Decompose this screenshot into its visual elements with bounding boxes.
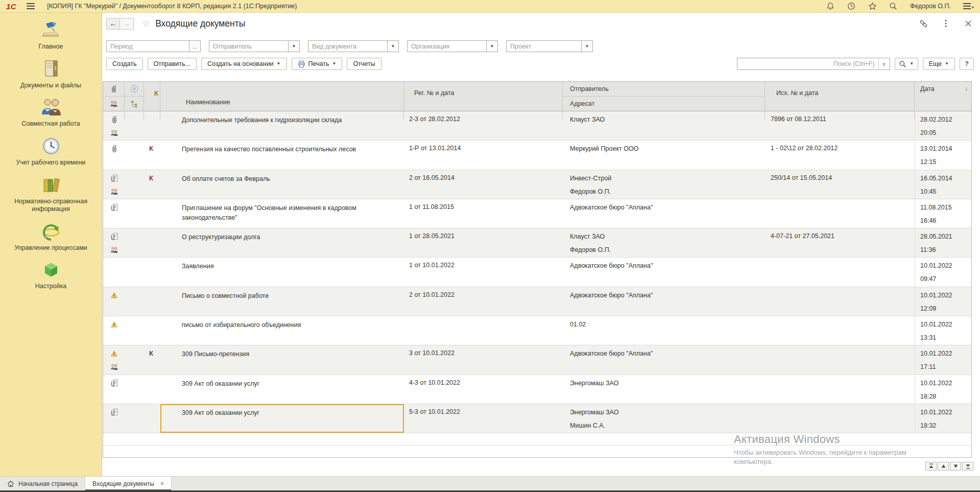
control-flag xyxy=(144,287,160,316)
filter-input-2[interactable]: Отправитель xyxy=(209,40,289,52)
header-k-column[interactable]: К xyxy=(144,82,160,120)
toolbar-button-label: Создать xyxy=(112,60,137,67)
sidebar: ГлавноеДокументы и файлыСовместная работ… xyxy=(0,13,102,476)
table-row[interactable]: КПретензия на качество поставленных стро… xyxy=(103,140,971,170)
sidebar-item-1[interactable]: Главное xyxy=(2,19,100,51)
sidebar-item-4[interactable]: Учет рабочего времени xyxy=(2,135,100,167)
scroll-bottom-icon[interactable] xyxy=(962,462,973,471)
filter-dropdown-icon[interactable]: ▼ xyxy=(582,40,593,52)
header-date-column[interactable]: Дата ↓ xyxy=(915,82,971,120)
table-row[interactable]: КОб оплате счетов за Февраль2 от 16.05.2… xyxy=(103,170,971,199)
menu-icon[interactable] xyxy=(27,3,35,9)
history-icon[interactable] xyxy=(847,2,856,11)
reg-number-date: 2 от 10.01.2022 xyxy=(404,287,563,316)
people-icon xyxy=(110,363,118,370)
table-row[interactable]: Приглашение на форум "Основные изменения… xyxy=(103,199,971,228)
header-attachments-column[interactable] xyxy=(103,82,125,120)
table-row[interactable]: Письмо о совместной работе2 от 10.01.202… xyxy=(103,287,971,316)
sidebar-item-3[interactable]: Совместная работа xyxy=(2,96,100,128)
table-row[interactable]: 309 Акт об оказании услуг5-3 от 10.01.20… xyxy=(103,404,971,433)
doc-time: 10:45 xyxy=(915,185,971,198)
more-vertical-icon[interactable] xyxy=(941,19,950,28)
main-menu-icon[interactable]: ▾ xyxy=(963,3,974,9)
doc-date: 10.01.2022 xyxy=(915,406,971,419)
table-row[interactable]: письмо от избирательного объединения01.0… xyxy=(103,316,971,345)
scroll-down-icon[interactable] xyxy=(950,462,961,471)
search-input[interactable]: Поиск (Ctrl+F) x xyxy=(737,58,890,70)
outgoing-number-date xyxy=(765,345,915,374)
header-state-column[interactable] xyxy=(125,82,144,120)
filter-input-4[interactable]: Организация xyxy=(407,40,487,52)
favorite-star-icon[interactable]: ☆ xyxy=(142,18,150,29)
sidebar-item-label: Управление процессами xyxy=(14,244,87,252)
notifications-icon[interactable] xyxy=(826,2,835,11)
help-button[interactable]: ? xyxy=(960,58,974,70)
table-row[interactable]: О реструктуризации долга1 от 28.05.2021К… xyxy=(103,228,971,257)
addressee xyxy=(563,126,765,139)
titlebar: 1С [КОПИЯ] ГК "Меркурий" / Документообор… xyxy=(0,0,980,13)
scroll-top-icon[interactable] xyxy=(925,462,937,471)
window-tab-1[interactable]: Начальная страница xyxy=(0,477,85,490)
sidebar-item-5[interactable]: Нормативно-справочная информация xyxy=(2,174,100,214)
doc-time: 09:47 xyxy=(915,272,971,286)
toolbar-button-2[interactable]: Отправить... xyxy=(148,58,197,70)
filter-ellipsis-button[interactable]: ... xyxy=(189,40,201,52)
table-row[interactable]: Заявления1 от 10.01.2022Адвокатское бюро… xyxy=(103,257,971,287)
toolbar-button-5[interactable]: Отчеты xyxy=(347,58,381,70)
search-button[interactable]: ▼ xyxy=(895,58,918,70)
header-sender-column[interactable]: Отправитель Адресат xyxy=(563,82,765,120)
doc-date: 16.05.2014 xyxy=(915,172,971,185)
back-button[interactable]: ← xyxy=(106,18,120,30)
doc-time: 17:11 xyxy=(915,360,971,373)
toolbar-button-4[interactable]: Печать▼ xyxy=(292,58,343,70)
control-flag xyxy=(144,404,160,433)
favorites-icon[interactable] xyxy=(868,2,877,11)
addressee xyxy=(563,331,765,344)
section-processes-icon xyxy=(40,220,62,243)
sidebar-item-label: Совместная работа xyxy=(21,120,80,128)
control-flag xyxy=(144,257,160,286)
scroll-up-icon[interactable] xyxy=(938,462,949,471)
toolbar: СоздатьОтправить...Создать на основании▼… xyxy=(106,58,381,70)
table-row[interactable]: К309 Письмо-претензия3 от 10.01.2022Адво… xyxy=(103,345,971,374)
search-clear-icon[interactable]: x xyxy=(878,58,890,69)
1c-logo: 1С xyxy=(6,2,16,11)
search-placeholder: Поиск (Ctrl+F) xyxy=(737,60,878,67)
close-icon[interactable] xyxy=(964,19,973,28)
home-icon xyxy=(7,480,14,487)
toolbar-button-1[interactable]: Создать xyxy=(106,58,143,70)
toolbar-button-label: Создать на основании xyxy=(207,60,274,67)
header-name-column[interactable]: Наименование xyxy=(160,82,404,120)
window-tab-2[interactable]: Входящие документы× xyxy=(85,477,172,490)
forward-button[interactable]: → xyxy=(120,18,134,30)
sidebar-item-2[interactable]: Документы и файлы xyxy=(2,58,100,90)
addressee: Федоров О.П. xyxy=(563,185,765,198)
filter-dropdown-icon[interactable]: ▼ xyxy=(289,40,300,52)
header-outgoing-column[interactable]: Исх. № и дата xyxy=(765,82,915,120)
filter-input-3[interactable]: Вид документа xyxy=(308,40,388,52)
toolbar-button-label: Отправить... xyxy=(154,60,190,67)
doc-name: Письмо о совместной работе xyxy=(160,287,404,316)
search-icon[interactable] xyxy=(889,2,898,11)
tab-close-icon[interactable]: × xyxy=(160,480,164,487)
filter-input-5[interactable]: Проект xyxy=(506,40,582,52)
addressee xyxy=(563,390,765,403)
header-reg-column[interactable]: Рег. № и дата xyxy=(404,82,563,120)
current-user[interactable]: Федоров О.П. xyxy=(910,3,951,10)
sidebar-item-7[interactable]: Настройка xyxy=(2,259,100,291)
doc-time: 12:09 xyxy=(915,302,971,315)
reg-number-date: 4-3 от 10.01.2022 xyxy=(404,375,563,404)
more-button[interactable]: Еще▼ xyxy=(923,58,955,70)
filter-input-1[interactable]: Период xyxy=(106,40,189,52)
reg-number-date: 1-Р от 13.01.2014 xyxy=(404,140,563,169)
filter-dropdown-icon[interactable]: ▼ xyxy=(388,40,399,52)
toolbar-button-3[interactable]: Создать на основании▼ xyxy=(201,58,287,70)
sender: Клауст ЗАО xyxy=(563,230,765,243)
sidebar-item-6[interactable]: Управление процессами xyxy=(2,220,100,252)
table-row[interactable]: 309 Акт об оказании услуг4-3 от 10.01.20… xyxy=(103,375,971,404)
addressee xyxy=(563,360,765,373)
link-icon[interactable] xyxy=(919,19,928,28)
control-flag: К xyxy=(144,140,160,169)
filter-dropdown-icon[interactable]: ▼ xyxy=(487,40,498,52)
sidebar-item-label: Учет рабочего времени xyxy=(16,159,85,167)
